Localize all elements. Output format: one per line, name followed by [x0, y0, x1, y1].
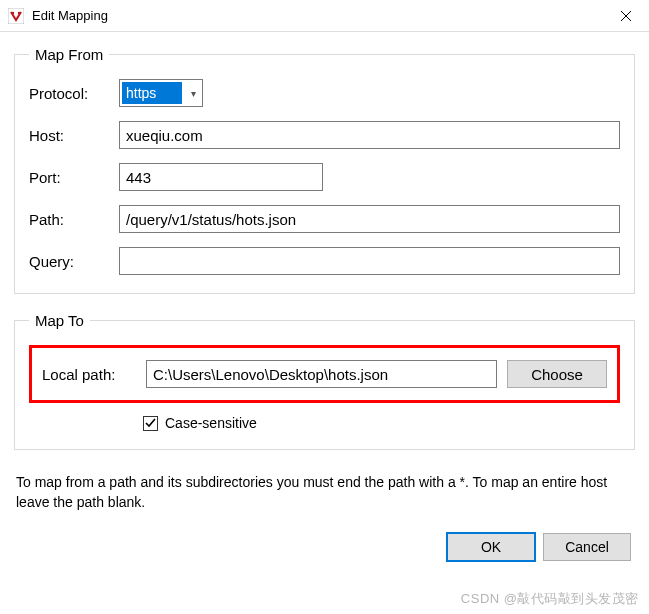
- host-label: Host:: [29, 127, 119, 144]
- choose-button[interactable]: Choose: [507, 360, 607, 388]
- port-label: Port:: [29, 169, 119, 186]
- check-icon: [145, 418, 156, 429]
- path-input[interactable]: [119, 205, 620, 233]
- query-row: Query:: [29, 247, 620, 275]
- window-title: Edit Mapping: [32, 8, 603, 23]
- host-input[interactable]: [119, 121, 620, 149]
- local-path-highlight: Local path: Choose: [29, 345, 620, 403]
- app-icon: [8, 8, 24, 24]
- query-label: Query:: [29, 253, 119, 270]
- map-from-group: Map From Protocol: https ▾ Host: Port: P…: [14, 46, 635, 294]
- case-sensitive-label: Case-sensitive: [165, 415, 257, 431]
- ok-button[interactable]: OK: [447, 533, 535, 561]
- path-row: Path:: [29, 205, 620, 233]
- map-to-group: Map To Local path: Choose Case-sensitive: [14, 312, 635, 450]
- case-sensitive-checkbox[interactable]: [143, 416, 158, 431]
- dialog-content: Map From Protocol: https ▾ Host: Port: P…: [0, 32, 649, 565]
- path-label: Path:: [29, 211, 119, 228]
- close-button[interactable]: [603, 0, 649, 32]
- chevron-down-icon: ▾: [184, 80, 202, 106]
- port-input[interactable]: [119, 163, 323, 191]
- protocol-select[interactable]: https ▾: [119, 79, 203, 107]
- map-from-legend: Map From: [29, 46, 109, 63]
- svg-point-2: [18, 11, 20, 13]
- local-path-label: Local path:: [42, 366, 146, 383]
- titlebar: Edit Mapping: [0, 0, 649, 32]
- protocol-value: https: [122, 82, 182, 104]
- protocol-row: Protocol: https ▾: [29, 79, 620, 107]
- close-icon: [621, 11, 631, 21]
- port-row: Port:: [29, 163, 620, 191]
- query-input[interactable]: [119, 247, 620, 275]
- hint-text: To map from a path and its subdirectorie…: [14, 468, 635, 529]
- dialog-buttons: OK Cancel: [14, 529, 635, 561]
- map-to-legend: Map To: [29, 312, 90, 329]
- watermark: CSDN @敲代码敲到头发茂密: [461, 590, 639, 608]
- protocol-label: Protocol:: [29, 85, 119, 102]
- cancel-button[interactable]: Cancel: [543, 533, 631, 561]
- svg-point-1: [12, 11, 14, 13]
- host-row: Host:: [29, 121, 620, 149]
- case-sensitive-row: Case-sensitive: [29, 415, 620, 431]
- local-path-input[interactable]: [146, 360, 497, 388]
